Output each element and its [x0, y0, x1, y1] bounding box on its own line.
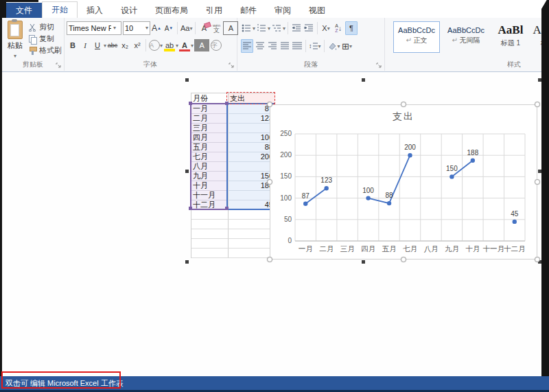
font-size-select[interactable]: 10 ▾	[123, 21, 150, 35]
month-cell[interactable]: 二月	[191, 114, 228, 124]
font-family-select[interactable]: Times New F ▾	[67, 21, 121, 35]
cut-button[interactable]: 剪切	[28, 21, 62, 33]
chart-handle-bl[interactable]	[267, 257, 272, 262]
month-cell[interactable]: 月份	[191, 93, 228, 104]
character-border-icon[interactable]: A	[223, 21, 238, 35]
chart-handle-tr[interactable]	[535, 102, 540, 107]
range-handle[interactable]	[189, 207, 192, 210]
worksheet-table[interactable]: 月份支出一月87二月123三月四月100五月88七月200八月九月150十月18…	[191, 93, 275, 258]
month-cell[interactable]	[191, 210, 228, 220]
phonetic-guide-icon[interactable]: wén文	[211, 22, 222, 34]
month-cell[interactable]: 三月	[191, 124, 228, 133]
sort-button[interactable]: AZ ↓	[333, 22, 344, 34]
borders-button[interactable]: ⊞▾	[342, 40, 353, 52]
value-cell[interactable]	[228, 191, 275, 200]
subscript-button[interactable]: x₂	[119, 39, 130, 51]
ole-handle-bm[interactable]	[362, 260, 365, 264]
ole-handle-tl[interactable]	[185, 78, 189, 82]
range-handle[interactable]	[225, 207, 229, 210]
align-right-button[interactable]	[267, 40, 278, 52]
paragraph-dialog-launcher-icon[interactable]	[376, 62, 382, 69]
tab-design[interactable]: 设计	[112, 3, 146, 18]
underline-dropdown-icon[interactable]: ▾	[104, 43, 106, 49]
ole-handle-bl[interactable]	[185, 260, 189, 264]
highlight-color-button[interactable]: ab	[164, 39, 175, 51]
tab-review[interactable]: 审阅	[266, 3, 300, 18]
increase-indent-button[interactable]	[303, 22, 314, 34]
value-cell[interactable]	[228, 124, 275, 133]
asian-layout-icon[interactable]: X▾	[320, 22, 331, 34]
style-normal[interactable]: AaBbCcDc ↵ 正文	[393, 21, 440, 53]
month-cell[interactable]	[191, 239, 228, 249]
align-center-button[interactable]	[255, 40, 266, 52]
tab-references[interactable]: 引用	[197, 3, 231, 18]
tab-mailings[interactable]: 邮件	[231, 3, 266, 18]
paste-button[interactable]: 粘贴 ▾	[4, 21, 26, 63]
change-case-button[interactable]: Aa▾	[180, 22, 192, 34]
value-cell[interactable]: 200	[228, 152, 275, 162]
month-cell[interactable]: 十一月	[191, 191, 228, 200]
tab-file[interactable]: 文件	[6, 3, 42, 18]
ole-handle-tm[interactable]	[362, 78, 365, 82]
superscript-button[interactable]: x²	[132, 39, 143, 51]
enclose-characters-button[interactable]: 字	[211, 39, 222, 51]
range-handle[interactable]	[189, 102, 192, 105]
show-hide-marks-button[interactable]: ¶	[345, 21, 358, 35]
align-left-button[interactable]	[241, 39, 253, 53]
chart-handle-tl[interactable]	[267, 102, 272, 107]
multilevel-list-button[interactable]	[271, 22, 282, 34]
style-no-spacing[interactable]: AaBbCcDc ↵ 无间隔	[443, 21, 489, 53]
bold-button[interactable]: B	[67, 39, 78, 51]
chart-handle-tm[interactable]	[401, 102, 406, 107]
month-cell[interactable]: 四月	[191, 133, 228, 143]
chart-handle-mr[interactable]	[535, 179, 540, 185]
expense-chart-svg[interactable]: 050100150200250一月二月三月四月五月七月八月九月十月十一月十二月8…	[270, 105, 537, 259]
value-cell[interactable]	[228, 220, 275, 229]
text-effects-icon[interactable]: A▾	[149, 39, 163, 51]
chart-handle-br[interactable]	[535, 257, 540, 262]
paste-dropdown-icon[interactable]: ▾	[14, 53, 16, 59]
format-painter-button[interactable]: 格式刷	[28, 45, 62, 56]
ole-handle-ml[interactable]	[185, 170, 189, 173]
range-handle[interactable]	[225, 102, 229, 105]
bullets-button[interactable]	[241, 22, 252, 34]
value-cell[interactable]	[228, 162, 275, 172]
font-color-dropdown-icon[interactable]: ▾	[191, 43, 194, 49]
value-cell[interactable]: 123	[228, 114, 275, 124]
style-heading-1[interactable]: AaBl 标题 1	[492, 21, 529, 53]
value-cell[interactable]: 45	[228, 200, 275, 210]
grow-font-button[interactable]: A▲	[151, 22, 162, 34]
font-color-button[interactable]: A	[179, 39, 190, 51]
month-cell[interactable]: 八月	[191, 162, 228, 172]
underline-button[interactable]: U	[92, 39, 103, 51]
tab-view[interactable]: 视图	[300, 3, 334, 18]
month-cell[interactable]: 一月	[191, 104, 228, 114]
month-cell[interactable]: 十月	[191, 181, 228, 191]
tab-page-layout[interactable]: 页面布局	[146, 3, 197, 18]
font-dialog-launcher-icon[interactable]	[229, 62, 235, 69]
tab-insert[interactable]: 插入	[78, 3, 112, 18]
distribute-button[interactable]	[292, 40, 303, 52]
month-cell[interactable]	[191, 229, 228, 239]
value-cell[interactable]: 100	[228, 133, 275, 143]
month-cell[interactable]	[191, 249, 228, 258]
chart-handle-bm[interactable]	[401, 257, 406, 262]
numbering-button[interactable]	[256, 22, 267, 34]
month-cell[interactable]: 十二月	[191, 200, 228, 210]
line-spacing-button[interactable]: ↕ ▾	[309, 40, 321, 52]
value-cell[interactable]	[228, 210, 275, 220]
value-cell[interactable]	[228, 229, 275, 239]
month-cell[interactable]: 九月	[191, 172, 228, 181]
clear-formatting-icon[interactable]: A	[198, 22, 209, 34]
chart-handle-ml[interactable]	[267, 179, 272, 185]
value-cell[interactable]	[228, 239, 275, 249]
shrink-font-button[interactable]: A▼	[163, 22, 174, 34]
month-cell[interactable]	[191, 220, 228, 229]
copy-button[interactable]: 复制	[28, 33, 62, 45]
character-shading-button[interactable]: A	[194, 39, 209, 51]
strikethrough-button[interactable]: abc	[107, 39, 118, 51]
expense-chart[interactable]: 支出 050100150200250一月二月三月四月五月七月八月九月十月十一月十…	[270, 104, 537, 260]
month-cell[interactable]: 五月	[191, 143, 228, 152]
italic-button[interactable]: I	[80, 39, 91, 51]
month-cell[interactable]: 七月	[191, 152, 228, 162]
